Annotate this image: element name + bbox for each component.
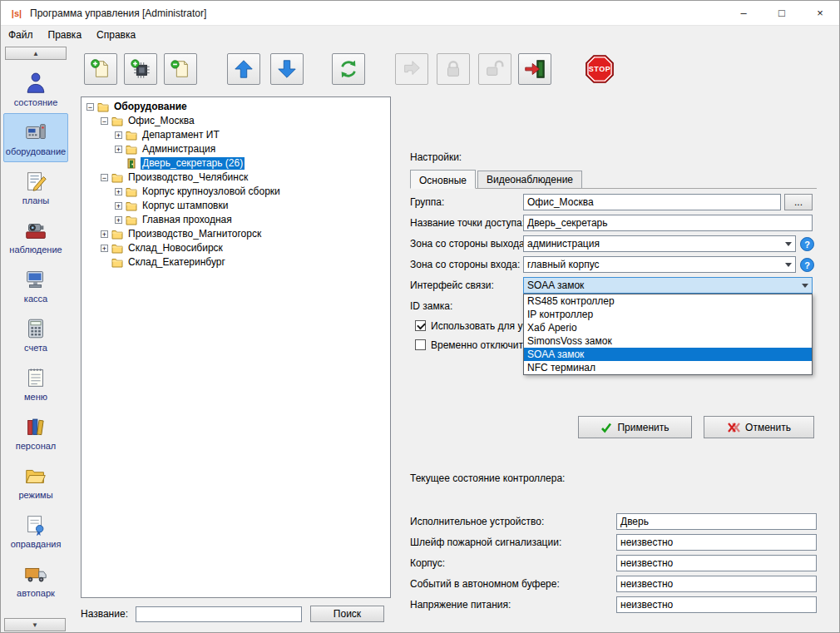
sidebar-item-personnel[interactable]: персонал (3, 408, 68, 457)
tree-node-label: Главная проходная (141, 214, 234, 226)
chevron-down-icon (798, 278, 812, 293)
sidebar-item-label: состояние (14, 97, 58, 107)
window-title: Программа управления [Administrator] (30, 7, 206, 19)
status-row: Корпус:неизвестно (410, 555, 817, 571)
sidebar-scroll-down-button[interactable]: ▼ (4, 618, 66, 631)
zone-exit-combobox[interactable]: администрация (523, 235, 796, 252)
tree-node[interactable]: +Склад_Новосибирск (83, 241, 388, 255)
tree-node[interactable]: Склад_Екатеринбург (83, 255, 388, 270)
sidebar-item-label: персонал (16, 441, 57, 451)
interface-label: Интерфейс связи: (410, 277, 494, 294)
sidebar-item-menu[interactable]: меню (3, 359, 68, 408)
menu-item-help[interactable]: Справка (89, 27, 143, 43)
expand-plus-icon[interactable]: + (101, 245, 108, 252)
interface-combobox[interactable]: SOAA замок (523, 277, 813, 294)
zone-exit-value: администрация (524, 238, 781, 250)
search-input[interactable] (136, 606, 302, 622)
dropdown-option[interactable]: SimonsVoss замок (524, 334, 812, 348)
cancel-button[interactable]: Отменить (704, 416, 814, 438)
group-input[interactable] (523, 194, 781, 210)
group-label: Группа: (410, 194, 444, 210)
sidebar-item-plans[interactable]: планы (3, 162, 68, 211)
toolbar: STOP (81, 51, 616, 87)
app-window: |s| Программа управления [Administrator]… (0, 0, 840, 633)
collapse-minus-icon[interactable]: − (101, 117, 108, 125)
maximize-button[interactable]: □ (763, 1, 801, 25)
chevron-up-icon: ▲ (32, 50, 39, 57)
sidebar-scroll-up-button[interactable]: ▲ (5, 47, 67, 60)
folder-icon (111, 116, 124, 127)
tree-node[interactable]: +Корпус крупноузловой сборки (83, 185, 388, 199)
menu-item-file[interactable]: Файл (1, 27, 41, 43)
tree-node[interactable]: −Производство_Челябинск (83, 171, 388, 185)
sidebar-item-status[interactable]: состояние (3, 64, 68, 113)
tree-node[interactable]: +Администрация (83, 142, 388, 156)
status-label: Событий в автономном буфере: (410, 578, 616, 590)
tree-node[interactable]: +Департамент ИТ (83, 128, 388, 142)
sidebar-item-surveillance[interactable]: наблюдение (3, 211, 68, 260)
temporarily-disable-checkbox[interactable] (415, 339, 426, 350)
justifications-icon (23, 512, 48, 538)
exit-button[interactable] (518, 53, 551, 85)
refresh-button[interactable] (332, 53, 365, 85)
dropdown-option[interactable]: RS485 контроллер (524, 294, 812, 308)
tree-node[interactable]: +Корпус штамповки (83, 199, 388, 213)
menu-item-edit[interactable]: Правка (41, 27, 90, 43)
tab-main[interactable]: Основные (410, 170, 476, 189)
tab-video[interactable]: Видеонаблюдение (477, 171, 582, 188)
folder-icon (126, 144, 138, 156)
sidebar-item-justifications[interactable]: оправдания (3, 506, 68, 555)
expand-plus-icon[interactable]: + (101, 230, 108, 238)
close-button[interactable]: × (801, 1, 839, 25)
use-for-accounting-checkbox[interactable] (415, 320, 426, 331)
sidebar-item-fleet[interactable]: автопарк (3, 555, 68, 604)
dropdown-option[interactable]: SOAA замок (524, 348, 812, 361)
stop-button[interactable]: STOP (583, 53, 616, 85)
apply-button[interactable]: Применить (578, 416, 692, 438)
help-icon[interactable]: ? (800, 237, 814, 251)
interface-dropdown-list: RS485 контроллерIP контроллерХаб AperioS… (523, 294, 813, 375)
dropdown-option[interactable]: NFC терминал (524, 361, 812, 374)
dropdown-option[interactable]: IP контроллер (524, 308, 812, 321)
move-up-button[interactable] (227, 53, 260, 85)
status-row: Исполнительное устройство:Дверь (410, 513, 817, 530)
dropdown-option[interactable]: Хаб Aperio (524, 321, 812, 334)
collapse-minus-icon[interactable]: − (86, 103, 94, 111)
sidebar-item-equipment[interactable]: оборудование (3, 113, 68, 162)
tree-node[interactable]: −Офис_Москва (83, 114, 388, 128)
sidebar-item-modes[interactable]: режимы (3, 457, 68, 506)
lock-button[interactable] (437, 53, 470, 85)
expand-plus-icon[interactable]: + (115, 202, 122, 210)
status-value: Дверь (616, 513, 817, 530)
tree-node[interactable]: Дверь_секретарь (26) (83, 156, 388, 171)
add-group-button[interactable] (84, 53, 117, 85)
expand-plus-icon[interactable]: + (115, 188, 122, 195)
transfer-button[interactable] (395, 53, 428, 85)
folder-icon (126, 186, 138, 198)
expand-plus-icon[interactable]: + (115, 146, 122, 153)
tree-node[interactable]: −Оборудование (83, 100, 388, 114)
search-button[interactable]: Поиск (310, 606, 384, 622)
expand-plus-icon[interactable]: + (115, 216, 122, 224)
expand-plus-icon[interactable]: + (115, 131, 122, 139)
group-browse-button[interactable]: ... (784, 194, 813, 210)
sidebar-item-cash[interactable]: касса (3, 260, 68, 309)
status-value: неизвестно (616, 555, 817, 571)
status-label: Исполнительное устройство: (410, 516, 616, 527)
cancel-icon (727, 422, 740, 433)
delete-button[interactable] (164, 53, 197, 85)
sidebar-item-accounts[interactable]: счета (3, 309, 68, 359)
search-row: Название: Поиск (81, 605, 391, 623)
help-icon[interactable]: ? (800, 258, 814, 272)
unlock-button[interactable] (478, 53, 511, 85)
temporarily-disable-label: Временно отключить (431, 339, 528, 351)
access-point-name-input[interactable] (523, 215, 813, 231)
zone-entry-combobox[interactable]: главный корпус (523, 256, 796, 273)
tree-node[interactable]: +Главная проходная (83, 213, 388, 227)
move-down-button[interactable] (270, 53, 304, 85)
status-row: Напряжение питания:неизвестно (410, 596, 817, 613)
collapse-minus-icon[interactable]: − (101, 174, 108, 181)
tree-node[interactable]: +Производство_Магнитогорск (83, 227, 388, 241)
minimize-button[interactable]: – (724, 1, 763, 25)
add-device-button[interactable] (124, 53, 157, 85)
